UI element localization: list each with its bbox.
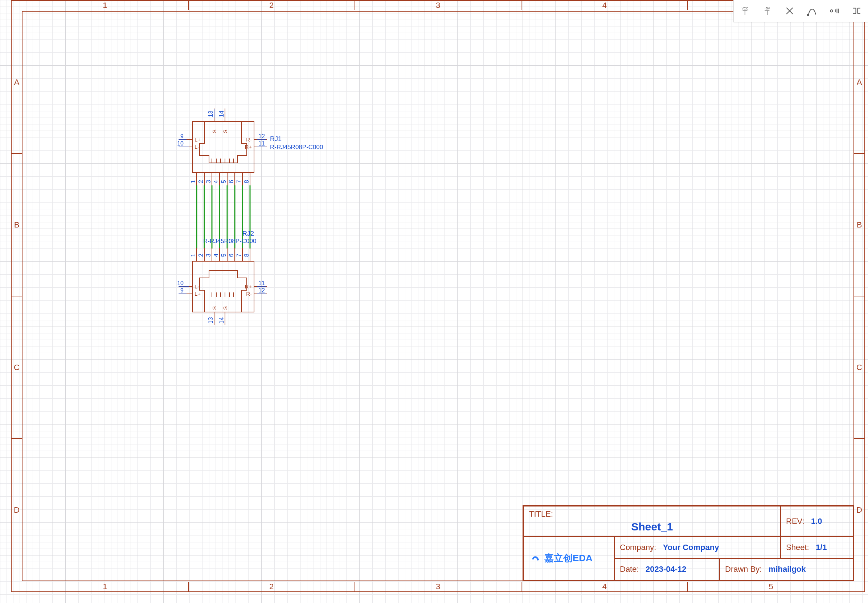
svg-text:1: 1	[190, 254, 196, 257]
date-label: Date:	[620, 564, 639, 574]
svg-text:12: 12	[258, 133, 265, 139]
svg-text:R-: R-	[246, 136, 252, 142]
company-label: Company:	[620, 543, 656, 552]
svg-point-104	[537, 558, 539, 561]
svg-text:8: 8	[243, 254, 250, 257]
svg-text:L+: L+	[195, 291, 201, 297]
svg-text:6: 6	[228, 254, 234, 257]
svg-text:13: 13	[207, 111, 214, 117]
svg-text:14: 14	[218, 317, 224, 324]
component-rj1[interactable]: 9 10 L+ L- 12 11 R- R+ 13 14 S S	[177, 108, 323, 186]
svg-text:14: 14	[218, 111, 224, 117]
date-value: 2023-04-12	[645, 564, 687, 574]
svg-text:4: 4	[213, 180, 219, 183]
svg-text:9: 9	[180, 288, 184, 294]
bus-icon[interactable]	[849, 4, 864, 18]
svg-text:3: 3	[206, 180, 212, 183]
svg-text:4: 4	[213, 254, 219, 257]
rj2-top-pins: 1 2 3 4 5 6 7 8	[190, 248, 250, 261]
svg-text:S: S	[211, 130, 217, 133]
svg-text:R-RJ45R08P-C000: R-RJ45R08P-C000	[270, 144, 323, 151]
svg-text:10: 10	[177, 141, 184, 147]
svg-text:VCC: VCC	[742, 6, 748, 10]
svg-text:S: S	[222, 306, 228, 310]
drawn-by-label: Drawn By:	[725, 564, 762, 574]
svg-text:1: 1	[834, 9, 836, 13]
title-label: TITLE:	[529, 509, 553, 518]
svg-text:9: 9	[180, 133, 184, 139]
svg-text:RJ2: RJ2	[242, 230, 254, 237]
rj1-bottom-pins: 1 2 3 4 5 6 7 8	[190, 172, 250, 186]
svg-text:2: 2	[198, 254, 204, 257]
rev-value: 1.0	[811, 516, 822, 526]
svg-point-113	[808, 14, 809, 15]
svg-text:L-: L-	[195, 144, 199, 150]
svg-text:1: 1	[190, 180, 196, 183]
no-connect-icon[interactable]	[782, 4, 797, 18]
sheet-value: 1/1	[816, 543, 827, 552]
svg-text:10: 10	[177, 280, 184, 286]
svg-text:8: 8	[243, 180, 250, 183]
easyeda-logo: 嘉立创EDA	[529, 552, 609, 564]
vcc-power-icon[interactable]: VCC	[738, 4, 752, 18]
svg-point-114	[831, 10, 833, 12]
svg-text:12: 12	[258, 288, 265, 294]
svg-text:7: 7	[236, 254, 242, 257]
svg-text:S: S	[222, 130, 228, 133]
net-label-icon[interactable]	[805, 4, 819, 18]
svg-text:R-: R-	[246, 291, 252, 297]
svg-text:R+: R+	[244, 144, 252, 150]
svg-text:RJ1: RJ1	[270, 135, 282, 142]
svg-text:S: S	[211, 306, 217, 310]
svg-text:R-RJ45R08P-C000: R-RJ45R08P-C000	[203, 238, 256, 244]
component-rj2[interactable]: RJ2 R-RJ45R08P-C000 1 2 3 4 5 6 7 8	[177, 230, 267, 325]
company-value: Your Company	[663, 543, 719, 552]
plus5v-power-icon[interactable]: +5V	[760, 4, 774, 18]
svg-text:+5V: +5V	[764, 6, 771, 10]
title-block: TITLE: Sheet_1 REV: 1.0 嘉立创EDA Company: …	[523, 505, 854, 581]
svg-text:5: 5	[221, 254, 227, 257]
symbol-toolbar: VCC +5V 1	[733, 0, 868, 22]
svg-text:3: 3	[206, 254, 212, 257]
rev-label: REV:	[786, 516, 805, 526]
svg-text:6: 6	[228, 180, 234, 183]
svg-text:L+: L+	[195, 136, 201, 142]
svg-text:2: 2	[198, 180, 204, 183]
drawn-by-value: mihailgok	[769, 564, 806, 574]
net-port-icon[interactable]: 1	[827, 4, 842, 18]
svg-text:7: 7	[236, 180, 242, 183]
svg-text:R+: R+	[244, 283, 252, 289]
svg-text:11: 11	[258, 141, 265, 147]
svg-text:L-: L-	[195, 283, 199, 289]
sheet-label: Sheet:	[786, 543, 809, 552]
title-value: Sheet_1	[529, 520, 775, 533]
svg-text:13: 13	[207, 317, 214, 324]
svg-text:11: 11	[258, 280, 265, 286]
svg-text:5: 5	[221, 180, 227, 183]
